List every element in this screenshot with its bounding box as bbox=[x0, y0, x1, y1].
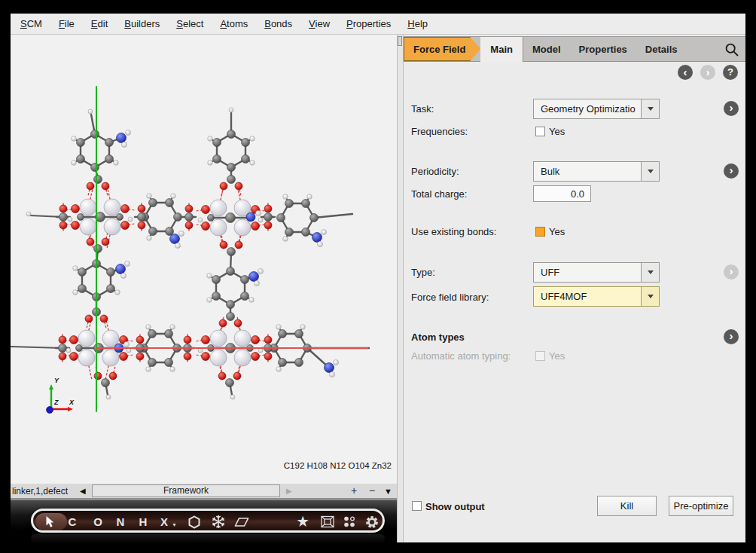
settings-gear-icon[interactable] bbox=[364, 511, 380, 533]
pointer-tool-icon[interactable] bbox=[44, 511, 56, 533]
periodicity-label: Periodicity: bbox=[411, 166, 459, 177]
preoptimize-button[interactable]: Pre-optimize bbox=[669, 496, 733, 516]
star-icon[interactable]: ★ bbox=[297, 511, 308, 533]
menu-file[interactable]: File bbox=[50, 14, 83, 34]
atom-types-detail-button[interactable]: › bbox=[724, 329, 739, 344]
force-field-library-label: Force field library: bbox=[411, 292, 489, 303]
force-field-library-dropdown-arrow-icon[interactable] bbox=[641, 287, 659, 306]
element-n-button[interactable]: N bbox=[117, 511, 125, 533]
automatic-atom-typing-yes-label: Yes bbox=[549, 350, 565, 362]
type-dropdown-arrow-icon[interactable] bbox=[641, 263, 659, 282]
menu-builders[interactable]: Builders bbox=[116, 14, 168, 34]
type-label: Type: bbox=[411, 267, 435, 278]
automatic-atom-typing-checkbox bbox=[535, 351, 545, 361]
frequencies-checkbox[interactable] bbox=[535, 127, 545, 136]
perspective-box-icon[interactable] bbox=[321, 511, 335, 533]
task-detail-button[interactable]: › bbox=[724, 101, 739, 116]
model-tab-bar: linker,1,defect ◀ Framework ▶ + − ▼ bbox=[11, 484, 397, 500]
task-dropdown-arrow-icon[interactable] bbox=[641, 99, 659, 118]
use-existing-bonds-label: Use existing bonds: bbox=[411, 226, 496, 237]
menu-view[interactable]: View bbox=[300, 14, 338, 34]
menu-atoms[interactable]: Atoms bbox=[212, 14, 256, 34]
svg-text:Z: Z bbox=[53, 399, 59, 406]
tab-force-field[interactable]: Force Field bbox=[404, 37, 480, 61]
panel-tab-strip: Force Field Main Model Properties Detail… bbox=[404, 36, 745, 62]
type-detail-button: › bbox=[724, 264, 739, 280]
help-button[interactable]: ? bbox=[723, 65, 738, 80]
add-model-icon[interactable]: + bbox=[351, 484, 357, 498]
element-h-button[interactable]: H bbox=[139, 511, 148, 533]
remove-model-icon[interactable]: − bbox=[369, 484, 375, 498]
use-existing-bonds-checkbox[interactable] bbox=[535, 227, 545, 237]
kill-button[interactable]: Kill bbox=[597, 496, 657, 516]
svg-text:X: X bbox=[69, 399, 75, 406]
menu-bonds[interactable]: Bonds bbox=[256, 14, 300, 34]
model-tab-linker[interactable]: linker,1,defect bbox=[12, 484, 77, 499]
crystal-icon[interactable] bbox=[212, 511, 226, 533]
search-icon[interactable] bbox=[724, 42, 739, 57]
frequencies-label: Frequencies: bbox=[411, 126, 468, 137]
use-existing-bonds-yes-label: Yes bbox=[549, 226, 565, 237]
app-window: SCM File Edit Builders Select Atoms Bond… bbox=[11, 14, 745, 542]
menu-select[interactable]: Select bbox=[168, 14, 212, 34]
element-x-dropdown-icon[interactable]: ▼ bbox=[172, 522, 177, 527]
forward-button[interactable]: › bbox=[700, 65, 715, 80]
formula-label: C192 H108 N12 O104 Zn32 bbox=[284, 461, 392, 470]
element-c-button[interactable]: C bbox=[69, 511, 77, 533]
toolbar-reflection bbox=[31, 534, 385, 543]
menu-scm[interactable]: SCM bbox=[12, 14, 50, 34]
tab-model[interactable]: Model bbox=[523, 37, 570, 61]
svg-text:Y: Y bbox=[54, 377, 59, 384]
menu-bar: SCM File Edit Builders Select Atoms Bond… bbox=[11, 14, 745, 35]
atom-details-icon[interactable] bbox=[343, 511, 356, 533]
tab-details[interactable]: Details bbox=[636, 37, 687, 61]
back-button[interactable]: ‹ bbox=[678, 65, 693, 80]
element-x-button[interactable]: X bbox=[160, 511, 168, 533]
toolbar-pill: C O N H X ▼ bbox=[31, 509, 385, 533]
plane-tool-icon[interactable] bbox=[235, 511, 249, 533]
task-label: Task: bbox=[411, 103, 434, 115]
atom-types-label: Atom types bbox=[411, 331, 465, 343]
show-output-label: Show output bbox=[425, 501, 485, 512]
automatic-atom-typing-label: Automatic atom typing: bbox=[411, 350, 511, 362]
next-model-icon[interactable]: ▶ bbox=[286, 484, 292, 499]
molecule-graphic: YXZ C192 H108 N12 O104 Zn32 bbox=[11, 35, 397, 484]
tab-properties[interactable]: Properties bbox=[570, 37, 636, 61]
element-o-button[interactable]: O bbox=[93, 511, 102, 533]
panel-splitter[interactable] bbox=[397, 35, 404, 542]
total-charge-label: Total charge: bbox=[411, 188, 467, 200]
menu-properties[interactable]: Properties bbox=[338, 14, 399, 34]
tab-main[interactable]: Main bbox=[480, 37, 523, 62]
menu-edit[interactable]: Edit bbox=[83, 14, 116, 34]
prev-model-icon[interactable]: ◀ bbox=[80, 484, 86, 499]
ring-builder-icon[interactable] bbox=[187, 511, 201, 533]
atom-toolbar: C O N H X ▼ bbox=[11, 500, 397, 542]
frequencies-yes-label: Yes bbox=[549, 126, 565, 137]
model-menu-icon[interactable]: ▼ bbox=[384, 484, 392, 499]
show-output-checkbox[interactable] bbox=[412, 501, 422, 511]
periodicity-dropdown[interactable]: Bulk bbox=[533, 161, 660, 182]
force-field-library-dropdown[interactable]: UFF4MOF bbox=[533, 286, 660, 307]
periodicity-dropdown-arrow-icon[interactable] bbox=[641, 162, 659, 181]
total-charge-input[interactable]: 0.0 bbox=[533, 185, 591, 202]
model-tab-framework[interactable]: Framework bbox=[92, 484, 280, 497]
periodicity-detail-button[interactable]: › bbox=[724, 163, 739, 179]
splitter-handle[interactable] bbox=[398, 36, 402, 46]
type-dropdown[interactable]: UFF bbox=[533, 262, 660, 283]
settings-panel: Force Field Main Model Properties Detail… bbox=[404, 35, 745, 542]
task-dropdown[interactable]: Geometry Optimizatio bbox=[533, 99, 660, 119]
menu-help[interactable]: Help bbox=[399, 14, 436, 34]
molecule-viewport[interactable]: YXZ C192 H108 N12 O104 Zn32 bbox=[11, 35, 397, 484]
